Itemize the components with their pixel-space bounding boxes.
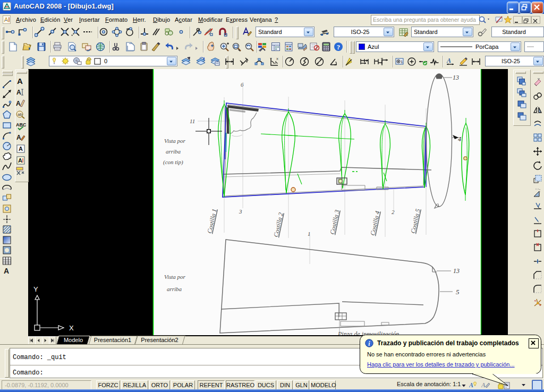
svg-text:A: A [19,146,23,152]
svg-text:3: 3 [239,208,242,215]
svg-text:6: 6 [241,81,244,88]
svg-text:11: 11 [190,118,195,124]
svg-text:(con tip): (con tip) [163,159,183,166]
svg-text:Vista por: Vista por [164,138,186,144]
svg-text:13: 13 [453,267,460,275]
svg-text:A: A [4,267,9,275]
svg-text:A: A [446,57,451,64]
svg-text:A: A [17,76,23,86]
svg-text:X: X [276,57,278,61]
svg-text:4: 4 [458,135,461,143]
svg-text:A: A [16,134,21,141]
svg-text:?: ? [337,43,341,51]
svg-text:A: A [18,157,22,164]
svg-text:Y: Y [33,285,38,293]
svg-text:Y: Y [270,57,272,61]
svg-text:0: 0 [104,58,107,64]
svg-text:1: 1 [308,231,311,237]
svg-text:ab: ab [18,112,22,117]
svg-text:5: 5 [456,288,460,296]
svg-text:X: X [69,324,74,332]
svg-text:13: 13 [453,74,459,81]
svg-text:1: 1 [401,59,403,64]
svg-text:2: 2 [392,209,395,215]
svg-text:A: A [16,89,21,96]
svg-text:arriba: arriba [167,286,182,292]
svg-text:arriba: arriba [166,148,181,155]
svg-text:Vista por: Vista por [164,274,186,280]
svg-text:ABC: ABC [16,122,26,127]
